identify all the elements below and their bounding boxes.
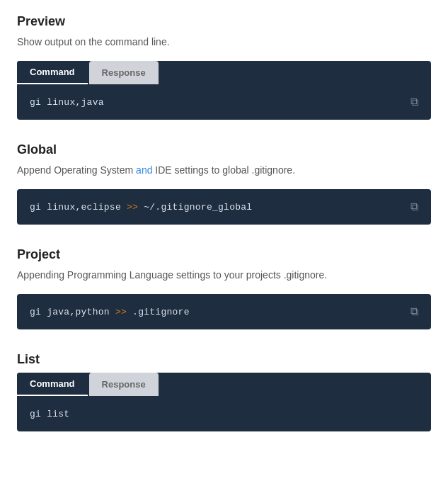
project-command-text: gi java,python >> .gitignore <box>30 307 190 317</box>
list-tab-container: Command Response gi list <box>17 373 431 431</box>
preview-copy-icon[interactable]: ⧉ <box>410 96 418 108</box>
project-section: Project Appending Programming Language s… <box>17 247 431 329</box>
list-tab-response[interactable]: Response <box>89 373 159 396</box>
preview-code-block: gi linux,java ⧉ <box>17 84 431 120</box>
global-command-text: gi linux,eclipse >> ~/.gitignore_global <box>30 202 252 213</box>
project-redirect-symbol: >> <box>115 307 127 317</box>
project-title: Project <box>17 247 431 262</box>
project-code-block: gi java,python >> .gitignore ⧉ <box>17 294 431 329</box>
list-title: List <box>17 352 431 367</box>
global-copy-icon[interactable]: ⧉ <box>410 200 418 213</box>
list-section: List Command Response gi list <box>17 352 431 431</box>
preview-section: Preview Show output on the command line.… <box>17 14 431 120</box>
project-copy-icon[interactable]: ⧉ <box>410 305 418 318</box>
list-code-block: gi list <box>17 396 431 431</box>
list-tabs: Command Response <box>17 373 431 396</box>
global-desc-highlight-and: and <box>136 164 152 176</box>
preview-tabs: Command Response <box>17 61 431 84</box>
list-command-text: gi list <box>30 409 69 419</box>
preview-tab-command[interactable]: Command <box>17 61 88 84</box>
global-redirect-symbol: >> <box>127 202 138 213</box>
project-description: Appending Programming Language settings … <box>17 268 431 283</box>
preview-tab-container: Command Response gi linux,java ⧉ <box>17 61 431 120</box>
global-code-block: gi linux,eclipse >> ~/.gitignore_global … <box>17 189 431 225</box>
list-tab-command[interactable]: Command <box>17 373 88 396</box>
preview-title: Preview <box>17 14 431 29</box>
global-description: Append Operating System and IDE settings… <box>17 163 431 178</box>
preview-command-text: gi linux,java <box>30 97 104 108</box>
global-section: Global Append Operating System and IDE s… <box>17 142 431 225</box>
global-title: Global <box>17 142 431 157</box>
preview-description: Show output on the command line. <box>17 35 431 50</box>
preview-tab-response[interactable]: Response <box>89 61 159 84</box>
preview-desc-text: Show output on the command line. <box>17 36 170 47</box>
